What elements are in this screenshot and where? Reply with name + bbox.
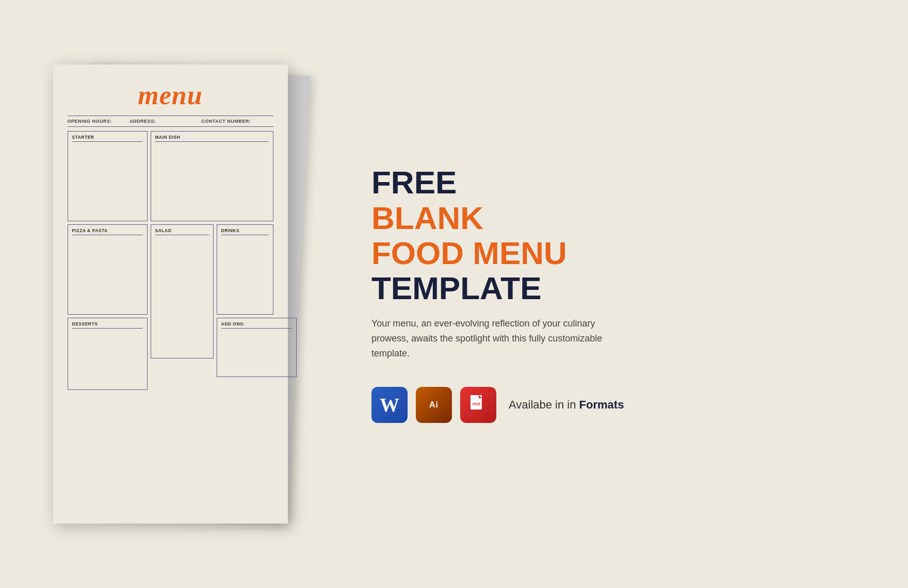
formats-text: Availabe in in Formats xyxy=(509,398,624,412)
promo-title: FREE BLANK FOOD MENU TEMPLATE xyxy=(371,165,867,306)
promo-line-food-menu: FOOD MENU xyxy=(371,236,867,271)
starter-label: STARTER xyxy=(72,135,143,142)
formats-bold: Formats xyxy=(579,398,624,411)
pizza-pasta-box: PIZZA & PASTA xyxy=(68,224,148,315)
drinks-box: DRINKS xyxy=(217,224,273,315)
promo-line-free: FREE xyxy=(371,165,867,200)
main-dish-label: MAIN DISH xyxy=(155,135,269,142)
opening-hours-label: OPENING HOURS: xyxy=(68,119,130,124)
promo-description: Your menu, an ever-evolving reflection o… xyxy=(371,316,629,361)
pizza-pasta-label: PIZZA & PASTA xyxy=(72,228,143,235)
right-section: FREE BLANK FOOD MENU TEMPLATE Your menu,… xyxy=(340,0,908,588)
pdf-svg: PDF xyxy=(467,394,489,416)
address-label: ADDRESS: xyxy=(129,119,201,124)
menu-header-row: OPENING HOURS: ADDRESS: CONTACT NUMBER: xyxy=(68,116,273,127)
desserts-label: DESSERTS xyxy=(72,321,143,329)
formats-available: Availabe in xyxy=(509,398,564,411)
add-ons-box: ADD ONS: xyxy=(217,318,297,377)
promo-line-template: TEMPLATE xyxy=(371,271,867,306)
word-letter: W xyxy=(380,394,399,416)
left-col: PIZZA & PASTA DESSERTS xyxy=(68,224,148,390)
contact-label: CONTACT NUMBER: xyxy=(201,119,273,124)
desserts-box: DESSERTS xyxy=(68,318,148,390)
right-col: SALAD DRINKS ADD ONS: xyxy=(151,224,273,390)
left-section: menu OPENING HOURS: ADDRESS: CONTACT NUM… xyxy=(0,0,340,588)
main-dish-box: MAIN DISH xyxy=(151,131,273,221)
starter-box: STARTER xyxy=(68,131,148,221)
add-ons-label: ADD ONS: xyxy=(221,321,292,329)
ai-icon: Ai xyxy=(416,387,452,423)
page-wrapper: menu OPENING HOURS: ADDRESS: CONTACT NUM… xyxy=(0,0,908,588)
word-icon: W xyxy=(371,387,408,423)
svg-text:PDF: PDF xyxy=(473,402,481,406)
promo-line-blank: BLANK xyxy=(371,201,867,236)
salad-drinks-row: SALAD DRINKS ADD ONS: xyxy=(151,224,273,377)
menu-document: menu OPENING HOURS: ADDRESS: CONTACT NUM… xyxy=(53,64,288,524)
salad-box: SALAD xyxy=(151,224,214,358)
salad-label: SALAD xyxy=(155,228,209,235)
menu-sections: STARTER MAIN DISH PIZZA & PASTA DESSER xyxy=(68,131,273,509)
pdf-icon: PDF xyxy=(460,387,496,423)
menu-title: menu xyxy=(68,80,273,110)
row-2: PIZZA & PASTA DESSERTS SALAD xyxy=(68,224,273,390)
drinks-label: DRINKS xyxy=(221,228,269,235)
ai-letter: Ai xyxy=(429,400,439,410)
row-1: STARTER MAIN DISH xyxy=(68,131,273,221)
formats-row: W Ai PDF Availabe in in Formats xyxy=(371,387,867,423)
